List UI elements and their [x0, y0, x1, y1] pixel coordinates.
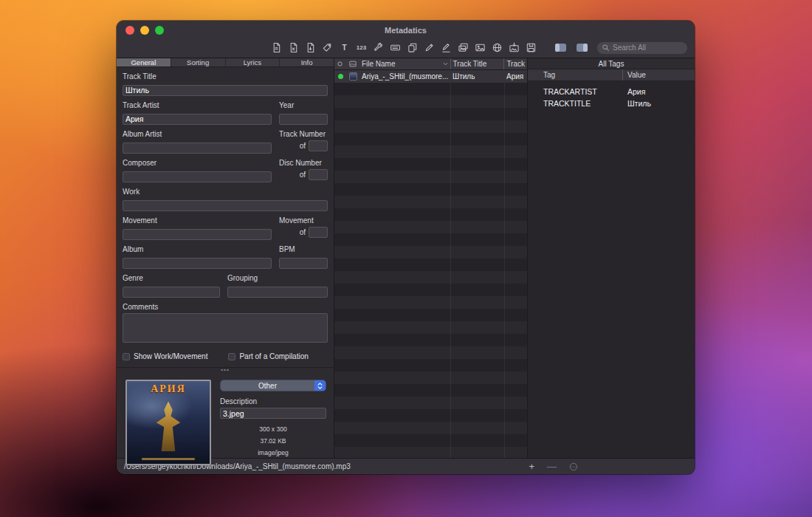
track-artist-input[interactable]	[123, 114, 272, 125]
tag-value: Ария	[622, 87, 695, 96]
album-input[interactable]	[123, 258, 272, 269]
bpm-input[interactable]	[279, 258, 328, 269]
artwork-splitter-handle[interactable]: •••	[117, 367, 334, 372]
tag-value: Штиль	[622, 99, 695, 108]
artwork-button[interactable]	[472, 41, 488, 55]
number-tracks-icon: 123	[357, 44, 366, 51]
movement-number-input[interactable]	[281, 227, 297, 238]
checkbox-icon	[228, 353, 235, 360]
mini-image-icon	[349, 61, 357, 67]
advanced-editor-button[interactable]	[371, 41, 386, 55]
artwork-file-size: 37.02 KB	[220, 437, 326, 445]
tag-actions-button[interactable]	[569, 462, 578, 471]
column-divider	[450, 70, 451, 458]
search-field[interactable]	[597, 42, 687, 54]
album-artist-input[interactable]	[123, 143, 272, 154]
file-list-panel: File Name Track Title Track	[334, 58, 528, 458]
bpm-label: BPM	[279, 245, 328, 253]
desktop-wallpaper: Metadatics T 123	[0, 0, 812, 517]
editor-tabs: General Sorting Lyrics Info	[117, 58, 334, 67]
movement-number-label: Movement	[279, 216, 328, 225]
movement-of-label: of	[300, 228, 306, 236]
filename-to-tag-button[interactable]	[422, 41, 437, 55]
tag-button[interactable]	[320, 41, 335, 55]
album-cover-figure	[147, 400, 190, 453]
tag-list[interactable]: TRACKARTIST Ария TRACKTITLE Штиль	[528, 81, 695, 109]
disc-number-of-label: of	[300, 171, 306, 179]
web-lookup-button[interactable]	[489, 41, 505, 55]
toggle-tags-panel-icon[interactable]	[574, 41, 590, 55]
tag-row[interactable]: TRACKTITLE Штиль	[528, 97, 695, 109]
year-input[interactable]	[279, 114, 328, 125]
movement-label: Movement	[123, 216, 272, 225]
tab-sorting[interactable]: Sorting	[171, 58, 226, 66]
tab-info[interactable]: Info	[280, 58, 334, 66]
window-title: Metadatics	[117, 26, 695, 35]
grouping-input[interactable]	[227, 287, 328, 298]
comments-input[interactable]	[123, 313, 328, 343]
tab-lyrics[interactable]: Lyrics	[226, 58, 281, 66]
open-file-button[interactable]	[269, 41, 284, 55]
remove-tag-button[interactable]: —	[547, 462, 557, 471]
value-column-header[interactable]: Value	[622, 69, 695, 81]
save-file-button[interactable]	[303, 41, 318, 55]
artwork-type-dropdown[interactable]: Other	[220, 380, 326, 391]
file-name-column-header[interactable]: File Name	[359, 58, 450, 69]
file-artwork-thumbnail	[349, 72, 357, 81]
tag-row[interactable]: TRACKARTIST Ария	[528, 86, 695, 97]
comments-label: Comments	[123, 303, 328, 311]
genre-label: Genre	[123, 274, 220, 282]
track-title-cell: Штиль	[450, 72, 504, 81]
number-tracks-button[interactable]: 123	[354, 41, 369, 55]
work-input[interactable]	[123, 200, 328, 211]
movement-input[interactable]	[123, 229, 272, 240]
composer-label: Composer	[123, 159, 272, 167]
artwork-column-header[interactable]	[346, 58, 359, 69]
track-title-input[interactable]	[123, 85, 328, 96]
album-artist-label: Album Artist	[123, 130, 272, 138]
copy-tags-button[interactable]	[405, 41, 420, 55]
track-title-header-label: Track Title	[453, 60, 487, 68]
file-name-cell: Ariya_-_SHtil_(musmore...	[359, 72, 450, 81]
track-artist-cell: Ария	[504, 72, 527, 81]
tag-column-header[interactable]: Tag	[528, 71, 622, 79]
file-list-body[interactable]: Ariya_-_SHtil_(musmore... Штиль Ария	[334, 70, 527, 458]
movement-total-input[interactable]	[309, 227, 328, 238]
artwork-dimensions: 300 x 300	[220, 425, 326, 433]
id3-version-button[interactable]	[388, 41, 403, 55]
file-name-header-label: File Name	[362, 60, 396, 68]
part-of-compilation-checkbox[interactable]: Part of a Compilation	[228, 352, 308, 360]
disc-total-input[interactable]	[309, 169, 328, 180]
save-artwork-button[interactable]	[523, 41, 539, 55]
album-cover-caption	[142, 458, 195, 460]
editor-panel: General Sorting Lyrics Info Track Title …	[117, 58, 334, 458]
track-number-input[interactable]	[281, 140, 297, 151]
toggle-file-list-icon[interactable]	[553, 41, 568, 55]
composer-input[interactable]	[123, 171, 272, 182]
tag-to-filename-button[interactable]	[438, 41, 454, 55]
file-row[interactable]: Ariya_-_SHtil_(musmore... Штиль Ария	[334, 70, 527, 83]
album-artwork-image[interactable]: АРИЯ	[125, 380, 211, 465]
tag-name: TRACKTITLE	[528, 99, 622, 108]
track-title-column-header[interactable]: Track Title	[450, 58, 504, 69]
genre-input[interactable]	[123, 287, 220, 298]
column-divider	[504, 70, 505, 458]
show-work-movement-checkbox[interactable]: Show Work/Movement	[123, 352, 207, 360]
track-total-input[interactable]	[309, 140, 328, 151]
add-tag-button[interactable]: +	[529, 462, 534, 471]
toolbar: T 123	[117, 40, 695, 58]
track-number-label: Track Number	[279, 130, 328, 138]
capitalize-button[interactable]: T	[337, 41, 352, 55]
artwork-collection-button[interactable]	[455, 41, 471, 55]
tab-general[interactable]: General	[117, 58, 171, 66]
artwork-description-input[interactable]	[220, 408, 326, 419]
search-input[interactable]	[613, 44, 683, 52]
track-artist-column-header[interactable]: Track	[503, 58, 527, 69]
titlebar: Metadatics	[117, 21, 695, 40]
grouping-label: Grouping	[227, 274, 328, 282]
status-column-header[interactable]	[334, 58, 346, 69]
more-options-icon	[569, 462, 578, 471]
disc-number-input[interactable]	[281, 169, 297, 180]
import-artwork-button[interactable]	[506, 41, 522, 55]
remove-file-button[interactable]	[286, 41, 301, 55]
